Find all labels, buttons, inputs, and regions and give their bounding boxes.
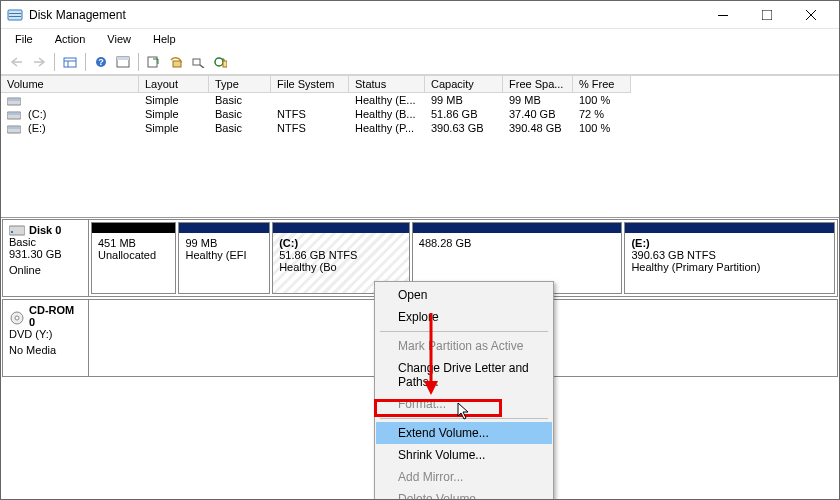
menu-action[interactable]: Action (49, 31, 92, 47)
cell-capacity: 390.63 GB (425, 121, 503, 135)
back-icon (7, 52, 27, 72)
cell-status: Healthy (E... (349, 93, 425, 107)
cell-free: 37.40 GB (503, 107, 573, 121)
ctx-shrink-volume[interactable]: Shrink Volume... (376, 444, 552, 466)
disk-info[interactable]: CD-ROM 0DVD (Y:)No Media (3, 300, 89, 376)
table-row[interactable]: (E:)SimpleBasicNTFSHealthy (P...390.63 G… (1, 121, 839, 135)
cell-type: Basic (209, 93, 271, 107)
ctx-extend-volume[interactable]: Extend Volume... (376, 422, 552, 444)
cell-free: 99 MB (503, 93, 573, 107)
table-row[interactable]: (C:)SimpleBasicNTFSHealthy (B...51.86 GB… (1, 107, 839, 121)
disk-title: CD-ROM 0 (29, 304, 82, 328)
svg-rect-0 (8, 10, 22, 20)
menubar: File Action View Help (1, 29, 839, 49)
forward-icon (29, 52, 49, 72)
partition-bar (92, 223, 175, 233)
header-free[interactable]: Free Spa... (503, 76, 573, 93)
disk-title: Disk 0 (29, 224, 61, 236)
cell-pctfree: 100 % (573, 121, 631, 135)
table-row[interactable]: SimpleBasicHealthy (E...99 MB99 MB100 % (1, 93, 839, 107)
header-status[interactable]: Status (349, 76, 425, 93)
svg-rect-27 (8, 127, 20, 129)
header-pctfree[interactable]: % Free (573, 76, 631, 93)
toolbar-button-1[interactable] (60, 52, 80, 72)
svg-rect-9 (64, 58, 76, 67)
partition-bar (625, 223, 834, 233)
disk-size: 931.30 GB (9, 248, 82, 260)
svg-rect-1 (9, 13, 21, 14)
svg-line-19 (200, 65, 204, 68)
svg-rect-28 (9, 226, 25, 235)
disk-state: No Media (9, 344, 82, 356)
partition[interactable]: 451 MBUnallocated (91, 222, 176, 294)
help-icon[interactable]: ? (91, 52, 111, 72)
partition-bar (413, 223, 622, 233)
svg-rect-2 (9, 16, 21, 17)
partition-status: Unallocated (98, 249, 169, 261)
minimize-button[interactable] (701, 1, 745, 29)
partition-size: 488.28 GB (419, 237, 616, 249)
toolbar: ? (1, 49, 839, 75)
disk-state: Online (9, 264, 82, 276)
toolbar-button-5[interactable] (188, 52, 208, 72)
partition-status: Healthy (EFI (185, 249, 263, 261)
svg-rect-18 (193, 59, 200, 65)
toolbar-button-4[interactable] (166, 52, 186, 72)
context-menu: Open Explore Mark Partition as Active Ch… (374, 281, 554, 500)
svg-rect-17 (173, 61, 181, 67)
disk-type: Basic (9, 236, 82, 248)
cell-layout: Simple (139, 93, 209, 107)
menu-help[interactable]: Help (147, 31, 182, 47)
partition-size: 390.63 GB NTFS (631, 249, 828, 261)
cell-fs: NTFS (271, 107, 349, 121)
cell-capacity: 99 MB (425, 93, 503, 107)
partition-size: 99 MB (185, 237, 263, 249)
partition[interactable]: 99 MBHealthy (EFI (178, 222, 270, 294)
cell-pctfree: 100 % (573, 93, 631, 107)
cell-layout: Simple (139, 121, 209, 135)
cell-free: 390.48 GB (503, 121, 573, 135)
disk-info[interactable]: Disk 0Basic931.30 GBOnline (3, 220, 89, 296)
cell-volume (1, 93, 139, 107)
disk-type: DVD (Y:) (9, 328, 82, 340)
ctx-add-mirror: Add Mirror... (376, 466, 552, 488)
header-fs[interactable]: File System (271, 76, 349, 93)
disk-icon (9, 310, 25, 322)
header-volume[interactable]: Volume (1, 76, 139, 93)
ctx-explore[interactable]: Explore (376, 306, 552, 328)
svg-rect-29 (11, 231, 13, 233)
cell-type: Basic (209, 107, 271, 121)
menu-view[interactable]: View (101, 31, 137, 47)
cell-fs (271, 93, 349, 107)
svg-rect-25 (8, 113, 20, 115)
ctx-open[interactable]: Open (376, 284, 552, 306)
header-capacity[interactable]: Capacity (425, 76, 503, 93)
toolbar-button-3[interactable] (144, 52, 164, 72)
ctx-change-letter[interactable]: Change Drive Letter and Paths... (376, 357, 552, 393)
cell-status: Healthy (B... (349, 107, 425, 121)
disk-icon (9, 224, 25, 236)
cell-layout: Simple (139, 107, 209, 121)
cell-volume: (C:) (1, 107, 139, 121)
close-button[interactable] (789, 1, 833, 29)
menu-file[interactable]: File (9, 31, 39, 47)
svg-rect-21 (223, 61, 227, 67)
partition-status: Healthy (Bo (279, 261, 403, 273)
partition-size: 51.86 GB NTFS (279, 249, 403, 261)
svg-rect-23 (8, 99, 20, 101)
header-type[interactable]: Type (209, 76, 271, 93)
svg-point-31 (15, 316, 19, 320)
toolbar-button-2[interactable] (113, 52, 133, 72)
partition[interactable]: (E:)390.63 GB NTFSHealthy (Primary Parti… (624, 222, 835, 294)
partition-name: (E:) (631, 237, 828, 249)
titlebar: Disk Management (1, 1, 839, 29)
refresh-icon[interactable] (210, 52, 230, 72)
main-window: Disk Management File Action View Help ? … (0, 0, 840, 500)
maximize-button[interactable] (745, 1, 789, 29)
cell-fs: NTFS (271, 121, 349, 135)
svg-rect-15 (117, 57, 129, 60)
svg-point-20 (215, 58, 223, 66)
header-layout[interactable]: Layout (139, 76, 209, 93)
cell-pctfree: 72 % (573, 107, 631, 121)
ctx-delete-volume: Delete Volume... (376, 488, 552, 500)
